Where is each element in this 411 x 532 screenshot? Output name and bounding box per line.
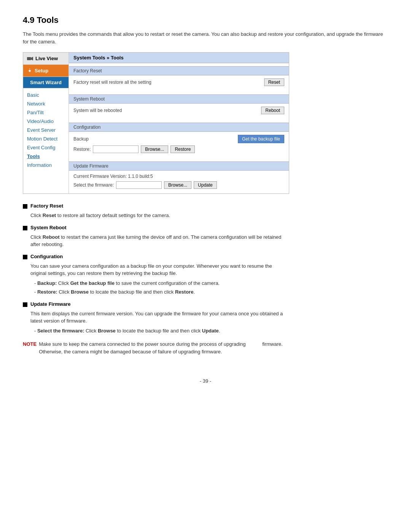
configuration-header: Configuration — [69, 123, 289, 132]
main-panel: System Tools » Tools Factory Reset Facto… — [69, 53, 289, 193]
factory-reset-body: Factory reset will restore all the setti… — [69, 75, 289, 91]
note-label: NOTE — [23, 340, 37, 355]
page-number: - 39 - — [23, 378, 388, 384]
system-reboot-header: System Reboot — [69, 94, 289, 104]
firmware-row: Select the firmware: Browse... Update — [73, 181, 284, 189]
body-content: Factory Reset Click Reset to restore all… — [23, 203, 289, 355]
restore-browse-button[interactable]: Browse... — [141, 145, 168, 153]
restore-label: Restore: — [73, 147, 91, 152]
body-restore-bullet: Restore: Click Browse to locate the back… — [34, 288, 289, 296]
svg-point-2 — [29, 70, 30, 72]
bullet-icon-4 — [23, 302, 27, 307]
body-backup-bullet: Backup: Click Get the backup file to sav… — [34, 280, 289, 287]
ui-panel: Live View Setup Smart Wizard Basic Netwo… — [23, 52, 289, 194]
reboot-button[interactable]: Reboot — [261, 107, 284, 114]
factory-reset-header: Factory Reset — [69, 66, 289, 75]
factory-reset-desc: Factory reset will restore all the setti… — [73, 80, 151, 85]
sidebar-item-information[interactable]: Information — [23, 161, 68, 169]
system-reboot-desc: System will be rebooted — [73, 108, 122, 113]
body-configuration-title: Configuration — [30, 254, 63, 259]
reset-button[interactable]: Reset — [264, 78, 284, 86]
body-system-reboot-section: System Reboot — [23, 225, 289, 230]
body-factory-reset-title: Factory Reset — [30, 203, 63, 209]
svg-rect-0 — [27, 57, 31, 60]
body-configuration-desc: You can save your camera configuration a… — [30, 262, 289, 277]
sidebar-item-network[interactable]: Network — [23, 99, 68, 108]
body-configuration-section: Configuration — [23, 254, 289, 259]
sidebar-item-eventconfig[interactable]: Event Config — [23, 143, 68, 152]
breadcrumb: System Tools » Tools — [69, 53, 289, 63]
update-button[interactable]: Update — [194, 181, 217, 189]
body-system-reboot-title: System Reboot — [30, 225, 67, 230]
firmware-input[interactable] — [116, 181, 162, 189]
body-factory-reset-section: Factory Reset — [23, 203, 289, 209]
get-backup-file-button[interactable]: Get the backup file — [238, 135, 284, 143]
svg-marker-1 — [31, 57, 33, 61]
firmware-version: Current Firmware Version: 1.1.0 build:5 — [73, 174, 284, 179]
note-block: NOTE Make sure to keep the camera connec… — [23, 340, 289, 355]
sidebar: Live View Setup Smart Wizard Basic Netwo… — [23, 53, 69, 193]
update-firmware-body: Current Firmware Version: 1.1.0 build:5 … — [69, 171, 289, 193]
intro-text: The Tools menu provides the commands tha… — [23, 30, 388, 45]
restore-button[interactable]: Restore — [170, 145, 195, 153]
sidebar-item-tools[interactable]: Tools — [23, 152, 68, 161]
body-update-firmware-section: Update Firmware — [23, 301, 289, 307]
factory-reset-row: Factory reset will restore all the setti… — [73, 78, 284, 86]
restore-row: Restore: Browse... Restore — [73, 145, 284, 153]
body-system-reboot-desc: Click Reboot to restart the camera just … — [30, 233, 289, 248]
system-reboot-body: System will be rebooted Reboot — [69, 104, 289, 120]
sidebar-live-view[interactable]: Live View — [23, 53, 68, 65]
sidebar-setup[interactable]: Setup — [23, 65, 68, 77]
backup-label: Backup — [73, 136, 89, 142]
sidebar-smart-wizard[interactable]: Smart Wizard — [23, 77, 68, 88]
body-update-firmware-desc: This item displays the current firmware … — [30, 310, 289, 325]
bullet-icon-2 — [23, 226, 27, 230]
sidebar-item-pantilt[interactable]: Pan/Tilt — [23, 108, 68, 117]
select-firmware-label: Select the firmware: — [73, 182, 114, 188]
note-text-indent: firmware. Otherwise, the camera might be… — [39, 341, 283, 355]
camera-icon — [27, 56, 33, 61]
sidebar-item-eventserver[interactable]: Event Server — [23, 126, 68, 134]
body-select-firmware-bullet: Select the firmware: Click Browse to loc… — [34, 327, 289, 335]
body-factory-reset-desc: Click Reset to restore all factory defau… — [30, 212, 289, 219]
note-text: Make sure to keep the camera connected t… — [39, 340, 289, 355]
body-update-firmware-title: Update Firmware — [30, 301, 70, 307]
bullet-icon — [23, 204, 27, 209]
sidebar-item-motiondetect[interactable]: Motion Detect — [23, 134, 68, 143]
sidebar-item-videoaudio[interactable]: Video/Audio — [23, 117, 68, 126]
update-firmware-header: Update Firmware — [69, 161, 289, 171]
sidebar-item-basic[interactable]: Basic — [23, 91, 68, 99]
firmware-browse-button[interactable]: Browse... — [164, 181, 191, 189]
backup-row: Backup Get the backup file — [73, 135, 284, 143]
bullet-icon-3 — [23, 255, 27, 259]
configuration-body: Backup Get the backup file Restore: Brow… — [69, 132, 289, 158]
system-reboot-row: System will be rebooted Reboot — [73, 107, 284, 114]
restore-input[interactable] — [93, 145, 139, 153]
gear-icon — [27, 68, 32, 73]
page-title: 4.9 Tools — [23, 15, 388, 25]
